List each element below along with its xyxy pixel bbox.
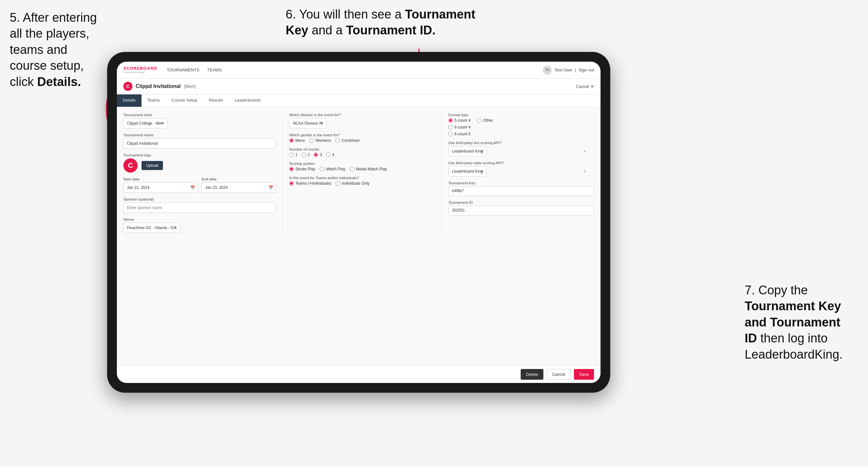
division-group: Which division is the event for? NCAA Di… (289, 113, 435, 128)
nav-teams[interactable]: TEAMS (207, 67, 222, 72)
start-date-label: Start date (123, 177, 198, 181)
page-title-row: C Clippd Invitational (Men) (123, 82, 196, 91)
format-type-options: 5 count 4 6 count 4 6 count 5 (448, 118, 594, 136)
gender-label: Which gender is the event for? (289, 133, 435, 137)
cancel-button[interactable]: Cancel (547, 369, 571, 380)
format-5count4[interactable]: 5 count 4 (448, 118, 470, 123)
venue-group: Venue Peachtree GC - Atlanta - GA (123, 217, 276, 233)
rounds-1[interactable]: 1 (289, 153, 298, 157)
sponsor-input[interactable] (123, 203, 276, 213)
gender-group: Which gender is the event for? Mens Wome… (289, 133, 435, 143)
tournament-key-value: b4f6b7 (448, 186, 594, 196)
logo-preview: C (123, 158, 137, 173)
tab-leaderboards[interactable]: Leaderboards (229, 94, 267, 107)
gender-combined[interactable]: Combined (335, 138, 359, 143)
tab-teams[interactable]: Teams (142, 94, 165, 107)
tablet-screen: SCOREBOARD Powered by clippd TOURNAMENTS… (117, 62, 600, 383)
tab-details[interactable]: Details (117, 94, 142, 107)
middle-column: Which division is the event for? NCAA Di… (282, 113, 435, 233)
tournament-id-label: Tournament ID (448, 200, 594, 205)
gender-mens[interactable]: Mens (289, 138, 305, 143)
instruction-top-right: 6. You will then see a Tournament Key an… (286, 6, 487, 39)
brand-logo: SCOREBOARD (123, 66, 157, 71)
end-date-input[interactable] (202, 182, 276, 193)
tournament-name-input[interactable] (123, 138, 276, 149)
end-date-calendar-icon: 📅 (269, 185, 273, 190)
tab-course-setup[interactable]: Course Setup (165, 94, 203, 107)
third-party-stats-close-icon[interactable]: ✕ (583, 169, 586, 174)
sign-out-link[interactable]: Sign out (579, 67, 594, 72)
delete-button[interactable]: Delete (521, 369, 544, 380)
save-button[interactable]: Save (574, 369, 594, 380)
gender-womens[interactable]: Womens (309, 138, 331, 143)
content-grid: Tournament Host Clippd College - Men Tou… (123, 113, 594, 233)
start-date-group: Start date 📅 (123, 177, 198, 193)
end-date-group: End date 📅 (202, 177, 276, 193)
tournament-host-group: Tournament Host Clippd College - Men (123, 113, 276, 128)
scoring-medal-match[interactable]: Medal Match Play (350, 167, 387, 172)
third-party-live-close-icon[interactable]: ✕ (583, 149, 586, 154)
scoring-group: Scoring system Stroke Play Match Play (289, 162, 435, 172)
page-header: C Clippd Invitational (Men) Cancel ✕ (117, 79, 600, 94)
instruction-left: 5. After entering all the players, teams… (10, 10, 101, 90)
format-6count5[interactable]: 6 count 5 (448, 132, 470, 136)
tournament-host-wrapper: Clippd College - Men (123, 118, 276, 128)
format-other[interactable]: Other (477, 118, 493, 123)
navbar-right: TU Test User | Sign out (543, 66, 594, 75)
third-party-stats-select[interactable]: Leaderboard King (448, 166, 487, 177)
left-column: Tournament Host Clippd College - Men Tou… (123, 113, 276, 233)
header-cancel-button[interactable]: Cancel ✕ (576, 84, 594, 89)
third-party-live-select[interactable]: Leaderboard King (448, 146, 487, 156)
nav-tournaments[interactable]: TOURNAMENTS (167, 67, 199, 72)
scoring-label: Scoring system (289, 162, 435, 165)
tablet: SCOREBOARD Powered by clippd TOURNAMENTS… (107, 52, 610, 393)
tournament-host-select[interactable]: Clippd College - Men (123, 118, 167, 128)
gender-radio-group: Mens Womens Combined (289, 138, 435, 143)
tournament-id-group: Tournament ID 302051 (448, 200, 594, 216)
teams-individuals-label: Is this event for Teams and/or Individua… (289, 176, 435, 180)
logo-area: C Upload (123, 158, 276, 173)
third-party-stats-label: Use third-party stats scoring API? (448, 161, 594, 165)
third-party-stats-wrapper: Leaderboard King ✕ (448, 166, 594, 177)
start-date-input[interactable] (123, 182, 198, 193)
rounds-2[interactable]: 2 (302, 153, 310, 157)
format-right-col: Other (477, 118, 493, 136)
nav-pipe: | (575, 67, 576, 72)
start-date-wrapper: 📅 (123, 182, 198, 193)
tournament-name-group: Tournament name (123, 133, 276, 149)
page-title: Clippd Invitational (136, 84, 181, 89)
teams-plus-individuals[interactable]: Teams (+Individuals) (289, 181, 331, 186)
tab-results[interactable]: Results (203, 94, 229, 107)
navbar: SCOREBOARD Powered by clippd TOURNAMENTS… (117, 62, 600, 79)
footer-bar: Delete Cancel Save (117, 366, 600, 383)
upload-button[interactable]: Upload (142, 161, 163, 170)
rounds-group: Number of rounds 1 2 (289, 147, 435, 157)
third-party-live-wrapper: Leaderboard King ✕ (448, 146, 594, 156)
venue-wrapper: Peachtree GC - Atlanta - GA (123, 223, 276, 233)
brand: SCOREBOARD Powered by clippd (123, 66, 157, 74)
content-area: Tournament Host Clippd College - Men Tou… (117, 107, 600, 366)
user-avatar: TU (543, 66, 552, 75)
rounds-4[interactable]: 4 (326, 153, 334, 157)
tournament-id-value: 302051 (448, 206, 594, 216)
teams-individuals-group: Is this event for Teams and/or Individua… (289, 176, 435, 186)
end-date-wrapper: 📅 (202, 182, 276, 193)
page-subtitle: (Men) (184, 84, 196, 89)
third-party-live-group: Use third-party live scoring API? Leader… (448, 141, 594, 156)
scoring-stroke[interactable]: Stroke Play (289, 167, 315, 172)
individuals-only[interactable]: Individuals Only (336, 181, 369, 186)
third-party-stats-group: Use third-party stats scoring API? Leade… (448, 161, 594, 177)
format-type-group: Format type 5 count 4 6 count 4 (448, 113, 594, 136)
tournament-key-label: Tournament Key (448, 181, 594, 185)
scoring-match[interactable]: Match Play (320, 167, 345, 172)
right-column: Format type 5 count 4 6 count 4 (441, 113, 594, 233)
sponsor-label: Sponsor (optional) (123, 197, 276, 201)
clippd-logo: C (123, 82, 132, 91)
division-select[interactable]: NCAA Division III (289, 118, 327, 128)
rounds-3[interactable]: 3 (314, 153, 322, 157)
tournament-logo-group: Tournament logo C Upload (123, 153, 276, 173)
format-6count4[interactable]: 6 count 4 (448, 125, 470, 129)
tournament-key-group: Tournament Key b4f6b7 (448, 181, 594, 196)
venue-select[interactable]: Peachtree GC - Atlanta - GA (123, 223, 180, 233)
rounds-label: Number of rounds (289, 147, 435, 151)
